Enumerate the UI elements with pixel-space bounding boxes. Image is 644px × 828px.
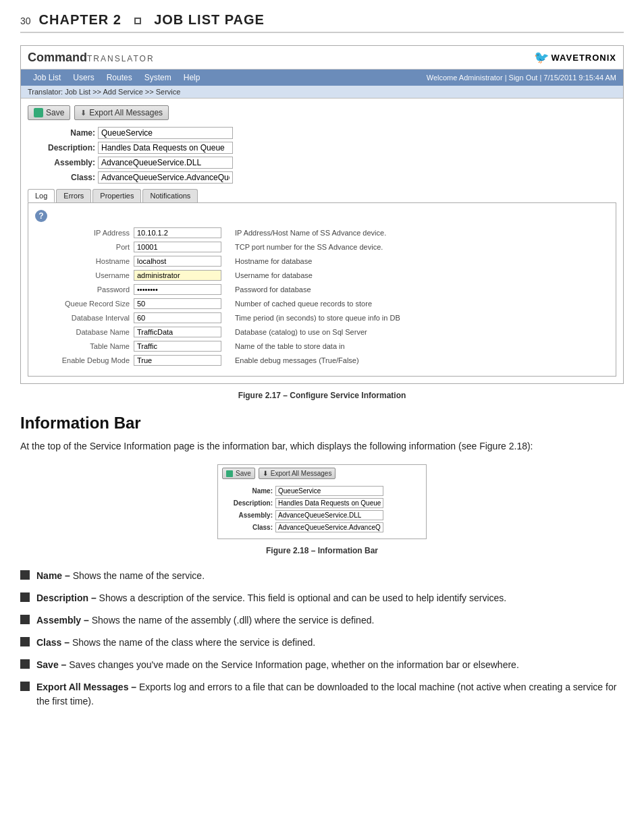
small-assembly-input[interactable] xyxy=(275,510,383,520)
small-name-input[interactable] xyxy=(275,486,383,496)
breadcrumb: Translator: Job List >> Add Service >> S… xyxy=(21,86,623,99)
field-input-password[interactable] xyxy=(134,284,221,295)
tab-properties[interactable]: Properties xyxy=(92,189,141,202)
field-label-ipaddress: IP Address xyxy=(35,229,130,237)
field-input-debugmode[interactable] xyxy=(134,355,221,366)
field-input-dbinterval[interactable] xyxy=(134,312,221,323)
nav-job-list[interactable]: Job List xyxy=(28,72,66,84)
page-number: 30 xyxy=(20,16,31,26)
field-input-hostname[interactable] xyxy=(134,256,221,267)
field-input-queuerecordsize[interactable] xyxy=(134,298,221,309)
bullet-text-assembly: Assembly – Shows the name of the assembl… xyxy=(36,613,374,628)
bullet-text-export: Export All Messages – Exports log and er… xyxy=(36,680,624,709)
logo-bird-icon: 🐦 xyxy=(534,50,549,65)
form-row-hostname: Hostname Hostname for database xyxy=(35,256,609,267)
form-row-username: Username Username for database xyxy=(35,270,609,281)
assembly-input[interactable] xyxy=(98,157,233,169)
form-row-tablename: Table Name Name of the table to store da… xyxy=(35,341,609,352)
form-row-password: Password Password for database xyxy=(35,284,609,295)
class-input[interactable] xyxy=(98,171,233,184)
small-assembly-label: Assembly: xyxy=(222,512,273,519)
info-assembly-row: Assembly: xyxy=(28,157,616,169)
nav-routes[interactable]: Routes xyxy=(101,72,138,84)
save-button[interactable]: Save xyxy=(28,105,70,120)
service-form: ? IP Address IP Address/Host Name of SS … xyxy=(28,202,616,377)
nav-help[interactable]: Help xyxy=(178,72,206,84)
bullet-square-icon xyxy=(20,682,30,691)
tab-log[interactable]: Log xyxy=(28,189,55,202)
nav-right-info: Welcome Administrator | Sign Out | 7/15/… xyxy=(427,74,616,82)
field-input-port[interactable] xyxy=(134,242,221,252)
field-desc-password: Password for database xyxy=(235,285,311,294)
desc-input[interactable] xyxy=(98,142,233,154)
field-desc-ipaddress: IP Address/Host Name of SS Advance devic… xyxy=(235,229,386,237)
section-text: At the top of the Service Information pa… xyxy=(20,439,624,453)
small-desc-label: Description: xyxy=(222,499,273,507)
list-item: Assembly – Shows the name of the assembl… xyxy=(20,613,624,628)
list-item: Name – Shows the name of the service. xyxy=(20,569,624,583)
small-toolbar: Save ⬇ Export All Messages xyxy=(218,465,426,482)
field-input-username[interactable] xyxy=(134,270,221,281)
export-button[interactable]: ⬇ Export All Messages xyxy=(74,105,169,120)
field-label-queuerecordsize: Queue Record Size xyxy=(35,300,130,308)
tab-errors[interactable]: Errors xyxy=(56,189,91,202)
field-desc-queuerecordsize: Number of cached queue records to store xyxy=(235,300,372,308)
name-input[interactable] xyxy=(98,127,233,139)
bullet-square-icon xyxy=(20,570,30,580)
field-label-debugmode: Enable Debug Mode xyxy=(35,356,130,364)
export-icon: ⬇ xyxy=(80,109,86,117)
field-input-dbname[interactable] xyxy=(134,327,221,337)
form-row-debugmode: Enable Debug Mode Enable debug messages … xyxy=(35,355,609,366)
help-icon[interactable]: ? xyxy=(35,210,47,222)
field-label-dbname: Database Name xyxy=(35,328,130,336)
bullet-term-description: Description – xyxy=(36,592,97,603)
app-header: Command TRANSLATOR 🐦 WAVETRONIX xyxy=(21,46,623,70)
list-item: Description – Shows a description of the… xyxy=(20,591,624,605)
small-assembly-row: Assembly: xyxy=(222,510,422,520)
field-label-dbinterval: Database Interval xyxy=(35,314,130,322)
bullet-text-class: Class – Shows the name of the class wher… xyxy=(36,636,315,650)
small-class-input[interactable] xyxy=(275,522,383,532)
bullet-square-icon xyxy=(20,592,30,602)
toolbar: Save ⬇ Export All Messages xyxy=(28,105,616,120)
field-desc-username: Username for database xyxy=(235,271,313,279)
field-input-ipaddress[interactable] xyxy=(134,227,221,238)
export-label: Export All Messages xyxy=(89,108,163,117)
chapter-word: CHAPTER 2 xyxy=(39,12,122,27)
small-desc-row: Description: xyxy=(222,498,422,508)
chapter-title: CHAPTER 2 JOB LIST PAGE xyxy=(39,12,265,28)
form-row-dbinterval: Database Interval Time period (in second… xyxy=(35,312,609,323)
bullet-text-description: Description – Shows a description of the… xyxy=(36,591,506,605)
field-label-tablename: Table Name xyxy=(35,342,130,350)
field-input-tablename[interactable] xyxy=(134,341,221,352)
bullet-term-assembly: Assembly – xyxy=(36,615,89,626)
bullet-text-name: Name – Shows the name of the service. xyxy=(36,569,205,583)
field-desc-dbname: Database (catalog) to use on Sql Server xyxy=(235,328,367,336)
figure2-caption: Figure 2.18 – Information Bar xyxy=(20,546,624,555)
nav-users[interactable]: Users xyxy=(68,72,99,84)
bullet-square-icon xyxy=(20,615,30,624)
brand-logo: 🐦 WAVETRONIX xyxy=(534,50,616,65)
small-save-button[interactable]: Save xyxy=(222,468,255,479)
small-desc-input[interactable] xyxy=(275,498,383,508)
chapter-separator xyxy=(134,18,141,24)
field-desc-dbinterval: Time period (in seconds) to store queue … xyxy=(235,314,400,322)
desc-label: Description: xyxy=(28,143,95,153)
save-label: Save xyxy=(46,108,64,117)
field-desc-debugmode: Enable debug messages (True/False) xyxy=(235,356,359,364)
field-label-port: Port xyxy=(35,243,130,251)
field-desc-tablename: Name of the table to store data in xyxy=(235,342,345,350)
app-nav: Job List Users Routes System Help Welcom… xyxy=(21,70,623,86)
form-row-queuerecordsize: Queue Record Size Number of cached queue… xyxy=(35,298,609,309)
field-desc-hostname: Hostname for database xyxy=(235,257,312,265)
field-label-hostname: Hostname xyxy=(35,257,130,265)
bullet-term-class: Class – xyxy=(36,637,70,648)
bullet-text-save: Save – Saves changes you've made on the … xyxy=(36,658,519,672)
small-screenshot: Save ⬇ Export All Messages Name: Descrip… xyxy=(217,464,427,539)
small-export-button[interactable]: ⬇ Export All Messages xyxy=(259,468,336,479)
tab-notifications[interactable]: Notifications xyxy=(142,189,198,202)
nav-system[interactable]: System xyxy=(139,72,177,84)
info-class-row: Class: xyxy=(28,171,616,184)
save-icon xyxy=(34,108,43,117)
form-row-port: Port TCP port number for the SS Advance … xyxy=(35,242,609,252)
